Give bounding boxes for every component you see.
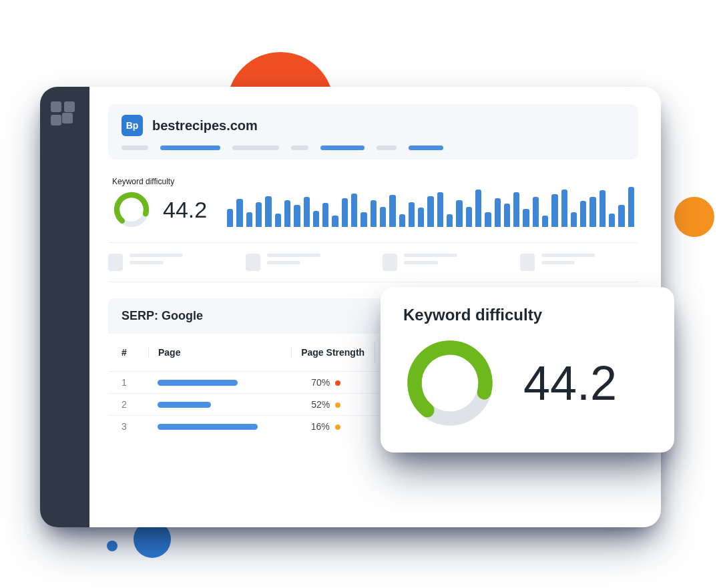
domain-name: bestrecipes.com — [152, 118, 258, 133]
trend-bar — [275, 214, 281, 227]
popup-title: Keyword difficulty — [403, 306, 652, 324]
domain-tab[interactable] — [320, 145, 365, 150]
trend-bar — [571, 212, 577, 227]
stat-card — [383, 254, 501, 271]
trend-bar — [236, 199, 242, 227]
app-logo-icon[interactable] — [51, 101, 75, 125]
kd-value: 44.2 — [163, 197, 207, 223]
col-page[interactable]: Page — [148, 347, 291, 358]
cell-strength: 70% — [291, 377, 375, 388]
trend-bar — [380, 207, 386, 227]
trend-bar — [551, 194, 557, 227]
stats-placeholder-row — [108, 242, 638, 282]
keyword-difficulty-widget: Keyword difficulty 44.2 — [112, 177, 207, 229]
domain-tab[interactable] — [291, 145, 308, 150]
trend-bar — [246, 212, 252, 227]
trend-bar — [294, 205, 300, 227]
cell-page — [148, 402, 291, 408]
popup-donut-icon — [403, 336, 497, 430]
cell-page — [148, 424, 291, 430]
trend-bar — [284, 200, 290, 227]
domain-tab[interactable] — [160, 145, 220, 150]
trend-bar — [360, 212, 367, 227]
trend-bar — [389, 195, 395, 227]
trend-bar-chart — [227, 179, 634, 227]
trend-bar — [580, 201, 586, 227]
trend-bar — [466, 207, 472, 227]
decor-circle-orange-small — [674, 197, 714, 237]
trend-bar — [542, 216, 548, 227]
keyword-difficulty-popup: Keyword difficulty 44.2 — [381, 287, 674, 453]
trend-bar — [589, 197, 595, 227]
sidebar — [40, 87, 89, 527]
domain-tab[interactable] — [232, 145, 279, 150]
domain-summary-card: Bp bestrecipes.com — [108, 104, 638, 160]
trend-bar — [351, 194, 357, 227]
domain-tab[interactable] — [122, 145, 148, 150]
trend-bar — [227, 209, 233, 227]
stat-card — [246, 254, 365, 271]
decor-circle-blue-tiny — [107, 541, 117, 551]
trend-bar — [609, 214, 615, 227]
stat-card — [520, 254, 639, 271]
trend-bar — [313, 211, 319, 227]
cell-rank: 1 — [122, 377, 148, 388]
trend-bar — [447, 214, 453, 227]
trend-bar — [409, 202, 415, 227]
col-rank[interactable]: # — [122, 347, 148, 358]
trend-bar — [513, 192, 519, 227]
stat-card — [108, 254, 227, 271]
kd-donut-icon — [112, 190, 151, 229]
trend-bar — [523, 209, 529, 227]
domain-tab[interactable] — [409, 145, 443, 150]
popup-value: 44.2 — [523, 356, 617, 410]
trend-bar — [265, 196, 271, 227]
trend-bar — [533, 197, 539, 227]
trend-bar — [628, 187, 634, 227]
trend-bar — [304, 197, 310, 227]
col-page-strength[interactable]: Page Strength — [291, 347, 375, 358]
trend-bar — [322, 203, 328, 227]
kd-label: Keyword difficulty — [112, 177, 207, 186]
cell-strength: 16% — [291, 421, 375, 432]
trend-bar — [418, 208, 424, 227]
trend-bar — [561, 190, 567, 227]
trend-bar — [475, 190, 481, 227]
trend-bar — [399, 214, 405, 227]
trend-bar — [504, 204, 510, 227]
domain-tab[interactable] — [377, 145, 397, 150]
cell-strength: 52% — [291, 399, 375, 410]
trend-bar — [495, 198, 501, 227]
trend-bar — [332, 216, 338, 227]
domain-favicon: Bp — [122, 115, 143, 136]
trend-bar — [371, 200, 377, 227]
trend-bar — [437, 192, 443, 227]
trend-bar — [342, 198, 348, 227]
cell-page — [148, 380, 291, 386]
domain-tabs — [122, 145, 625, 150]
cell-rank: 3 — [122, 421, 148, 432]
trend-bar — [456, 200, 462, 227]
trend-bar — [618, 205, 624, 227]
trend-bar — [599, 190, 606, 227]
cell-rank: 2 — [122, 399, 148, 410]
trend-bar — [256, 202, 262, 227]
trend-bar — [427, 196, 433, 227]
trend-bar — [485, 212, 491, 227]
